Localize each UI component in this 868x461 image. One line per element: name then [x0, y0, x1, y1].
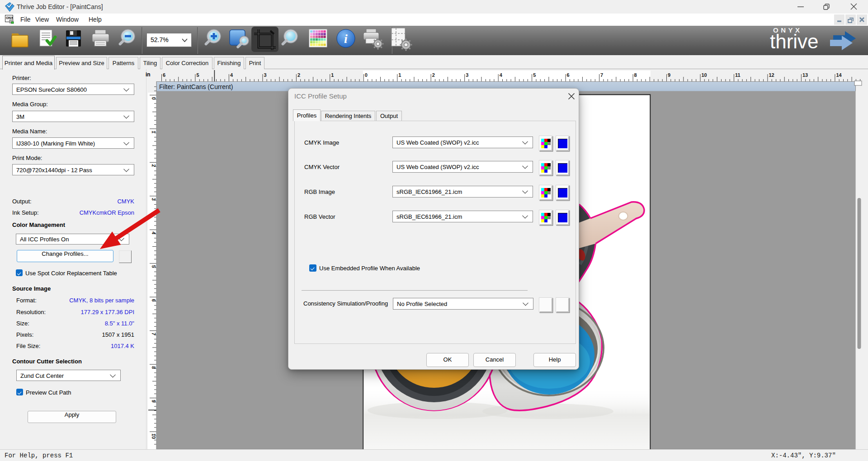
- svg-text:3: 3: [264, 72, 266, 78]
- svg-text:1: 1: [331, 72, 334, 78]
- svg-text:5: 5: [196, 72, 199, 78]
- svg-text:2: 2: [432, 72, 435, 78]
- svg-text:7: 7: [151, 333, 156, 335]
- svg-text:14: 14: [836, 72, 842, 78]
- svg-text:5: 5: [151, 265, 156, 268]
- svg-text:2: 2: [151, 164, 156, 167]
- svg-text:i: i: [344, 32, 348, 46]
- svg-text:13: 13: [802, 72, 808, 78]
- svg-text:10: 10: [151, 433, 156, 439]
- svg-text:11: 11: [735, 72, 741, 78]
- svg-text:1: 1: [151, 131, 156, 133]
- svg-text:9: 9: [668, 72, 670, 78]
- svg-text:2: 2: [297, 72, 300, 78]
- svg-text:4: 4: [500, 72, 503, 78]
- svg-text:ONX: ONX: [6, 16, 13, 20]
- svg-text:7: 7: [600, 72, 603, 78]
- svg-text:1: 1: [398, 72, 401, 78]
- svg-text:0: 0: [365, 72, 368, 78]
- svg-text:9: 9: [151, 400, 156, 403]
- svg-text:0: 0: [151, 97, 156, 99]
- svg-text:10: 10: [702, 72, 707, 78]
- svg-text:Filter: PaintCans (Current): Filter: PaintCans (Current): [159, 83, 233, 90]
- svg-text:6: 6: [163, 72, 165, 78]
- svg-text:12: 12: [769, 72, 774, 78]
- svg-text:5: 5: [533, 72, 536, 78]
- svg-text:6: 6: [151, 299, 156, 301]
- svg-text:3: 3: [466, 72, 468, 78]
- svg-text:8: 8: [151, 366, 156, 369]
- svg-text:4: 4: [230, 72, 233, 78]
- svg-text:6: 6: [567, 72, 570, 78]
- svg-text:8: 8: [634, 72, 637, 78]
- svg-text:thrive: thrive: [770, 30, 819, 52]
